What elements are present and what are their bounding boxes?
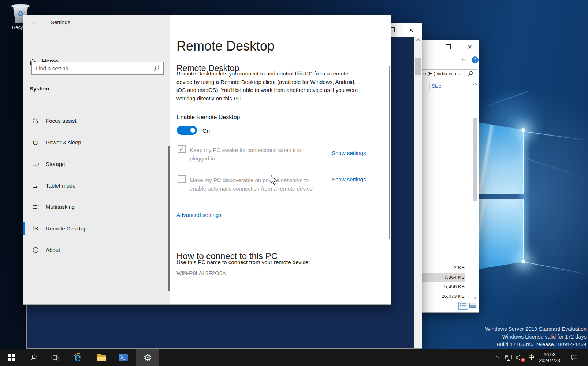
maximize-icon[interactable] — [391, 27, 395, 32]
sidebar-item-label: Focus assist — [46, 118, 76, 124]
column-separator — [429, 82, 430, 90]
back-button[interactable]: ← — [29, 17, 40, 27]
scroll-down-icon[interactable] — [473, 294, 477, 299]
close-icon: × — [409, 26, 413, 34]
background-window-scrollbar[interactable] — [414, 37, 422, 348]
search-icon — [153, 65, 160, 71]
explorer-minimize-button[interactable] — [421, 40, 434, 53]
network-icon — [504, 354, 513, 361]
file-explorer-button[interactable] — [93, 349, 109, 366]
clock-date: 2024/7/23 — [539, 358, 560, 363]
explorer-maximize-button[interactable] — [442, 40, 454, 53]
maximize-icon — [446, 44, 451, 49]
help-icon[interactable]: ? — [472, 56, 479, 63]
connect-instruction: Use this PC name to connect from your re… — [176, 259, 310, 265]
power-sleep-icon — [32, 138, 39, 146]
taskbar: e >_ ⚙ — [0, 349, 588, 366]
file-name-fragment: . — [423, 273, 425, 282]
settings-window[interactable]: ← Settings × Home System Focus assist — [23, 15, 391, 305]
taskbar-search-button[interactable] — [26, 349, 42, 366]
tray-clock[interactable]: 16:03 2024/7/23 — [537, 349, 562, 366]
ime-language-label: 中 — [529, 353, 535, 362]
show-settings-link-2[interactable]: Show settings — [332, 176, 366, 182]
chevron-up-icon — [495, 356, 500, 361]
windows-watermark: Windows Server 2019 Standard Evaluation … — [485, 325, 587, 348]
minimize-icon — [425, 47, 430, 47]
action-center-icon — [570, 354, 578, 361]
windows-logo-icon — [8, 354, 15, 361]
explorer-search-text: e (E:) virtio-win... — [423, 71, 460, 76]
settings-search-box[interactable] — [31, 62, 164, 75]
selected-item-accent-bar — [23, 222, 25, 235]
sidebar-item-power-sleep[interactable]: Power & sleep — [23, 135, 170, 149]
chevron-down-icon[interactable] — [462, 57, 466, 61]
sidebar-item-about[interactable]: About — [23, 243, 170, 257]
watermark-line-2: Windows License valid for 172 days — [485, 333, 587, 341]
sidebar-item-remote-desktop[interactable]: Remote Desktop — [23, 221, 170, 236]
background-window-close-button[interactable]: × — [402, 23, 420, 37]
remote-desktop-icon — [32, 225, 39, 232]
tray-volume-button[interactable]: ✕ — [514, 349, 526, 366]
task-view-button[interactable] — [47, 349, 63, 366]
internet-explorer-button[interactable]: e — [71, 349, 87, 366]
explorer-column-header[interactable]: Size — [413, 82, 472, 91]
scroll-up-icon[interactable] — [473, 83, 477, 88]
scroll-up-icon[interactable] — [416, 38, 420, 43]
show-settings-link-1[interactable]: Show settings — [332, 150, 366, 156]
scrollbar-thumb[interactable] — [473, 118, 477, 201]
wallpaper-edge-glow — [523, 129, 524, 194]
file-size: 7,864 KB — [444, 274, 465, 280]
watermark-line-1: Windows Server 2019 Standard Evaluation — [485, 325, 587, 333]
mute-badge-icon: ✕ — [521, 358, 525, 362]
toggle-knob — [190, 128, 195, 133]
sidebar-item-tablet-mode[interactable]: Tablet mode — [23, 178, 170, 193]
tray-network-button[interactable] — [503, 349, 514, 366]
sidebar-item-label: Power & sleep — [46, 139, 81, 145]
file-size: 5,456 KB — [444, 284, 465, 289]
settings-search-input[interactable] — [36, 62, 149, 74]
keep-awake-label: Keep my PC awake for connections when it… — [190, 146, 317, 163]
close-icon: × — [468, 43, 472, 51]
scrollbar-thumb[interactable] — [415, 58, 421, 75]
tray-show-hidden-icons-button[interactable] — [492, 349, 502, 366]
settings-taskbar-button[interactable]: ⚙ — [136, 349, 159, 366]
discoverable-label: Make my PC discoverable on private netwo… — [190, 176, 317, 193]
advanced-settings-link[interactable]: Advanced settings — [176, 212, 222, 218]
explorer-search-box[interactable]: e (E:) virtio-win... — [416, 69, 477, 78]
file-explorer-window[interactable]: × ? e (E:) virtio-win... Size 2 KB .7,86… — [413, 40, 479, 313]
discoverable-checkbox[interactable] — [178, 175, 186, 183]
sidebar-item-storage[interactable]: Storage — [23, 156, 170, 171]
wallpaper-light-beam — [524, 131, 588, 141]
file-size: 2 KB — [454, 265, 465, 270]
settings-content-scrollbar-thumb[interactable] — [389, 66, 390, 239]
tray-ime-indicator[interactable]: 中 — [526, 349, 537, 366]
enable-remote-desktop-toggle[interactable] — [177, 126, 197, 135]
sidebar-item-focus-assist[interactable]: Focus assist — [23, 113, 170, 128]
action-center-button[interactable] — [567, 349, 581, 366]
remote-desktop-description: Remote Desktop lets you connect to and c… — [176, 70, 359, 103]
wallpaper-light-beam — [476, 91, 528, 111]
sidebar-scrollbar-thumb[interactable] — [168, 146, 170, 291]
file-size: 26,073 KB — [442, 293, 465, 299]
wallpaper-edge-glow — [523, 199, 524, 262]
toggle-state-label: On — [202, 127, 210, 134]
file-name-fragment: . — [423, 282, 425, 292]
search-icon — [30, 354, 37, 361]
powershell-button[interactable]: >_ — [115, 349, 131, 366]
sidebar-item-multitasking[interactable]: Multitasking — [23, 199, 170, 214]
storage-icon — [32, 160, 39, 167]
thumbnails-view-button[interactable] — [469, 303, 476, 308]
explorer-vertical-scrollbar[interactable] — [472, 82, 478, 298]
keep-awake-checkbox[interactable]: ✓ — [178, 145, 186, 153]
start-button[interactable] — [4, 349, 20, 366]
folder-icon — [97, 354, 106, 361]
watermark-line-3: Build 17763.rs5_release.180914-1434 — [485, 341, 587, 348]
about-icon — [32, 246, 39, 254]
explorer-close-button[interactable]: × — [462, 40, 477, 53]
search-icon — [468, 71, 473, 77]
details-view-button[interactable] — [458, 302, 468, 310]
wallpaper-light-beam — [524, 158, 588, 182]
explorer-status-bar — [413, 299, 479, 312]
powershell-icon: >_ — [119, 354, 128, 361]
size-column-header[interactable]: Size — [432, 83, 441, 89]
